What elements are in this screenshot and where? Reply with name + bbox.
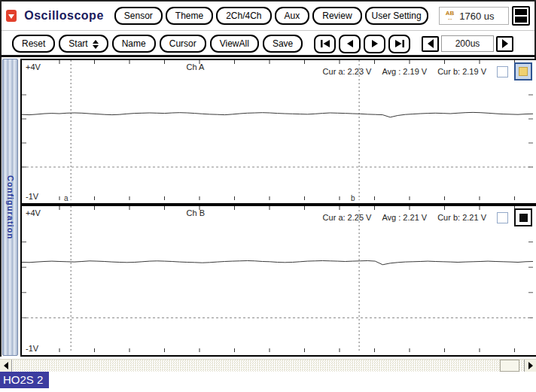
viewall-button[interactable]: ViewAll [210, 35, 259, 53]
timebase-increase-button[interactable] [496, 36, 513, 52]
step-forward-icon [370, 39, 380, 48]
channel-b-trace-marker-button[interactable] [514, 208, 532, 226]
right-arrow-icon [528, 362, 536, 369]
down-arrow-icon [8, 14, 14, 22]
name-button[interactable]: Name [112, 35, 156, 53]
channel-b-checkbox[interactable] [497, 212, 508, 223]
timebase-value: 200us [441, 35, 494, 52]
menu-icon[interactable] [512, 6, 530, 26]
scroll-left-button[interactable] [0, 360, 12, 372]
left-arrow-icon [0, 362, 8, 369]
reset-button[interactable]: Reset [12, 35, 55, 53]
horizontal-scrollbar[interactable] [0, 359, 536, 372]
main-toolbar: Reset Start Name Cursor ViewAll Save 200… [12, 33, 530, 54]
channel-b-cursor-a-value: Cur a: 2.25 V [323, 213, 372, 222]
cursor-a-label[interactable]: a [64, 194, 69, 202]
step-back-button[interactable] [339, 35, 361, 53]
channel-b-vmax-label: +4V [26, 208, 41, 217]
sensor-tab-ho2s2[interactable]: HO2S 2 [0, 372, 49, 388]
menu-bar-bottom [515, 17, 527, 23]
app-dropdown-icon[interactable] [6, 10, 17, 22]
top-toolbar: Oscilloscope Sensor Theme 2Ch/4Ch Aux Re… [6, 3, 530, 29]
scrollbar-thumb[interactable] [500, 360, 519, 372]
ab-time-value: 1760 us [459, 11, 494, 22]
ab-cursor-measure-icon: AB↔ [446, 11, 455, 21]
app-title: Oscilloscope [24, 9, 104, 23]
sensor-button[interactable]: Sensor [114, 7, 163, 25]
channel-a-cursor-b-value: Cur b: 2.19 V [437, 67, 486, 76]
step-back-icon [345, 39, 355, 48]
channel-a-panel: +4V Ch A Cur a: 2.23 V Avg : 2.19 V Cur … [20, 59, 536, 205]
skip-start-icon [320, 39, 330, 48]
ab-time-display: AB↔ 1760 us [439, 7, 510, 25]
cursor-b-label[interactable]: b [351, 194, 355, 202]
channel-mode-button[interactable]: 2Ch/4Ch [216, 7, 271, 25]
channel-b-vmin-label: -1V [26, 344, 38, 353]
aux-button[interactable]: Aux [275, 7, 310, 25]
channel-b-trace-color-swatch [519, 214, 528, 222]
configuration-tab-label: Configuration [6, 175, 15, 239]
step-forward-button[interactable] [364, 35, 385, 53]
timebase-decrease-button[interactable] [422, 36, 439, 52]
skip-end-button[interactable] [388, 35, 410, 53]
start-button[interactable]: Start [59, 35, 108, 53]
status-bar: HO2S 2 [0, 372, 536, 392]
cursor-button[interactable]: Cursor [160, 35, 206, 53]
skip-end-icon [394, 39, 405, 48]
channel-b-cursor-b-value: Cur b: 2.21 V [437, 213, 486, 222]
channel-a-vmin-label: -1V [26, 192, 38, 201]
channel-b-name: Ch B [187, 208, 205, 217]
channel-b-waveform[interactable] [22, 206, 533, 352]
channel-a-name: Ch A [187, 62, 205, 71]
channel-b-avg-value: Avg : 2.21 V [382, 213, 427, 222]
spinner-icon [93, 40, 99, 49]
menu-bar-top [515, 9, 527, 15]
channel-b-measurements: Cur a: 2.25 V Avg : 2.21 V Cur b: 2.21 V [323, 208, 532, 226]
scroll-right-button[interactable] [524, 360, 536, 372]
channel-a-waveform[interactable] [22, 60, 533, 200]
playback-controls [314, 35, 410, 53]
channel-a-vmax-label: +4V [26, 62, 41, 71]
left-triangle-icon [426, 38, 435, 49]
channel-a-checkbox[interactable] [497, 66, 508, 77]
skip-start-button[interactable] [314, 35, 336, 53]
review-button[interactable]: Review [312, 7, 361, 25]
channel-a-cursor-a-value: Cur a: 2.23 V [323, 67, 372, 76]
toolbar-divider [2, 30, 534, 31]
theme-button[interactable]: Theme [166, 7, 213, 25]
save-button[interactable]: Save [263, 35, 303, 53]
toolbar-bottom-border [0, 55, 536, 57]
channel-a-measurements: Cur a: 2.23 V Avg : 2.19 V Cur b: 2.19 V [323, 62, 532, 81]
channel-a-avg-value: Avg : 2.19 V [382, 67, 427, 76]
timebase-control: 200us [422, 35, 513, 52]
configuration-tab[interactable]: Configuration [2, 59, 18, 356]
channel-b-panel: +4V Ch B Cur a: 2.25 V Avg : 2.21 V Cur … [20, 205, 536, 357]
channel-a-trace-color-swatch [519, 67, 528, 76]
channel-a-trace-marker-button[interactable] [514, 62, 532, 81]
right-triangle-icon [501, 38, 510, 49]
oscilloscope-app: Oscilloscope Sensor Theme 2Ch/4Ch Aux Re… [0, 0, 536, 392]
user-setting-button[interactable]: User Setting [365, 7, 428, 25]
